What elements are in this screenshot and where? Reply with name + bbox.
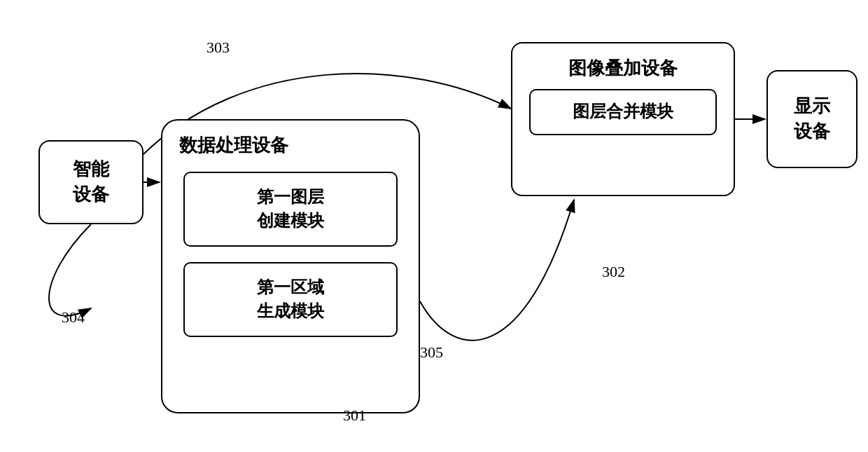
layer-merge-module-label: 图层合并模块 [573, 100, 673, 124]
layer-create-module-box: 第一图层 创建模块 [183, 172, 398, 247]
ref-304: 304 [62, 308, 85, 327]
ref-301: 301 [343, 406, 366, 425]
layer-create-module-label: 第一图层 创建模块 [257, 186, 324, 233]
ref-305: 305 [420, 343, 443, 362]
image-overlay-title: 图像叠加设备 [512, 43, 734, 89]
layer-merge-module-box: 图层合并模块 [529, 89, 717, 135]
smart-device-box: 智能 设备 [38, 140, 144, 224]
display-device-box: 显示 设备 [766, 70, 858, 168]
image-overlay-box: 图像叠加设备 图层合并模块 [511, 42, 735, 196]
data-processing-box: 数据处理设备 第一图层 创建模块 第一区域 生成模块 [161, 119, 420, 413]
smart-device-label: 智能 设备 [73, 157, 109, 208]
region-generate-module-label: 第一区域 生成模块 [257, 276, 324, 323]
inner-boxes-container: 第一图层 创建模块 第一区域 生成模块 [162, 166, 419, 354]
ref-302: 302 [602, 263, 625, 281]
ref-303: 303 [206, 39, 230, 57]
diagram-container: 智能 设备 数据处理设备 第一图层 创建模块 第一区域 生成模块 [0, 0, 868, 452]
arrows-svg [0, 0, 868, 452]
display-device-label: 显示 设备 [794, 94, 830, 145]
data-processing-title: 数据处理设备 [162, 121, 305, 166]
region-generate-module-box: 第一区域 生成模块 [183, 262, 398, 337]
